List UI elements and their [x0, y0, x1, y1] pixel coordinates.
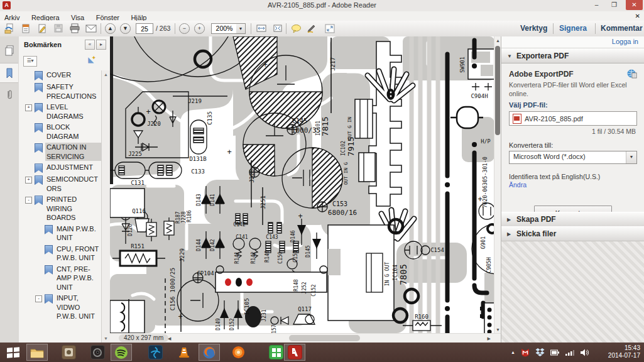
- bookmark-item-safety-precautions[interactable]: SAFETY PRECAUTIONS: [19, 82, 102, 101]
- bookmark-icon: [5, 68, 14, 79]
- save-button[interactable]: [52, 23, 65, 34]
- document-viewport[interactable]: J219J220J225D131BC135C133C131C1451000/35…: [110, 36, 501, 343]
- sign-panel-button[interactable]: Signera: [559, 24, 587, 33]
- create-pdf-section-header[interactable]: ▶ Skapa PDF: [501, 212, 644, 227]
- email-button[interactable]: [84, 23, 98, 34]
- scroll-down-icon[interactable]: ▼: [496, 327, 500, 332]
- mcafee-icon[interactable]: [521, 348, 530, 357]
- taskbar-audio-app[interactable]: [87, 344, 108, 361]
- bookmark-item-semiconductors[interactable]: +SEMICONDUCTORS: [19, 175, 102, 193]
- pcb-label: C152: [311, 284, 317, 296]
- fit-width-button[interactable]: [254, 23, 268, 34]
- bookmark-item-printed-wiring-boards[interactable]: -PRINTED WIRING BOARDS: [19, 195, 102, 222]
- scroll-down-icon[interactable]: ▼: [102, 336, 110, 341]
- zoom-level-value[interactable]: 200%: [211, 23, 237, 34]
- comment-button[interactable]: [289, 23, 303, 34]
- collapse-panel-button[interactable]: «: [85, 40, 95, 50]
- toggle-expand-icon[interactable]: -: [25, 197, 32, 204]
- new-bookmark-icon[interactable]: ◣✦: [88, 55, 99, 64]
- pcb-label: J217: [330, 57, 336, 71]
- close-document-icon[interactable]: ✕: [635, 11, 640, 21]
- previous-page-button[interactable]: ▲: [105, 23, 116, 34]
- taskbar-vlc[interactable]: [173, 344, 195, 361]
- scroll-left-icon[interactable]: ◀: [168, 336, 171, 341]
- send-files-section-header[interactable]: ▶ Skicka filer: [501, 226, 644, 241]
- bookmark-item-level-diagrams[interactable]: +LEVEL DIAGRAMS: [19, 102, 102, 121]
- bookmark-icon: [35, 175, 43, 185]
- bookmark-item-adjustment[interactable]: ADJUSTMENT: [19, 163, 102, 173]
- comment-panel-button[interactable]: Kommentar: [601, 24, 643, 33]
- tools-panel-button[interactable]: Verktyg: [520, 24, 547, 33]
- pdf-page-canvas[interactable]: J219J220J225D131BC135C133C131C1451000/35…: [110, 36, 494, 334]
- close-button[interactable]: ✕: [626, 0, 643, 10]
- bookmark-label: CAUTION IN SERVICING: [45, 143, 102, 161]
- dropbox-icon[interactable]: [535, 348, 545, 356]
- change-language-link[interactable]: Ändra: [509, 181, 527, 189]
- bookmark-item-input-vidwo-p-w-b-unit[interactable]: -INPUT, VIDWO P.W.B. UNIT: [19, 293, 102, 321]
- zoom-out-button[interactable]: −: [179, 23, 190, 34]
- toggle-expand-icon[interactable]: +: [25, 177, 32, 184]
- restore-button[interactable]: ❐: [606, 0, 623, 10]
- bookmark-item-main-p-w-b-unit[interactable]: MAIN P.W.B. UNIT: [19, 224, 102, 243]
- format-select[interactable]: Microsoft Word (*.docx) ▼: [509, 151, 637, 164]
- bookmarks-scrollbar[interactable]: ▲ ▼: [101, 70, 110, 343]
- scroll-up-icon[interactable]: ▲: [496, 38, 500, 43]
- bookmark-options-button[interactable]: ☰▾: [23, 56, 37, 67]
- create-pdf-button[interactable]: [19, 23, 33, 34]
- taskbar-photo-app[interactable]: [58, 344, 79, 361]
- taskbar-clock[interactable]: 15:43 2014-07-17: [608, 344, 640, 359]
- sign-edit-button[interactable]: [35, 23, 49, 34]
- show-hidden-icons[interactable]: ▲: [511, 350, 515, 354]
- panel-menu-button[interactable]: ▸: [96, 40, 106, 50]
- next-page-button[interactable]: ▼: [120, 23, 131, 34]
- separator: [251, 23, 251, 34]
- page-number-input[interactable]: [136, 23, 153, 34]
- zoom-in-button[interactable]: +: [194, 23, 205, 34]
- toggle-expand-icon[interactable]: -: [35, 295, 42, 302]
- scroll-right-icon[interactable]: ▶: [488, 336, 491, 341]
- fullscreen-button[interactable]: [323, 23, 337, 34]
- horizontal-scroll-thumb[interactable]: [289, 335, 360, 341]
- page-thumbnails-tab[interactable]: [0, 41, 18, 60]
- print-icon: [69, 23, 80, 33]
- selected-file-box[interactable]: AVR-2105_885.pdf: [509, 111, 637, 126]
- sign-pen-button[interactable]: [304, 23, 318, 34]
- export-pdf-section-header[interactable]: ▼ Exportera PDF: [501, 48, 644, 63]
- taskbar-adobe-reader[interactable]: [284, 344, 305, 361]
- print-button[interactable]: [68, 23, 82, 34]
- zoom-dropdown-button[interactable]: ▼: [236, 23, 246, 34]
- scroll-up-icon[interactable]: ▲: [102, 72, 110, 77]
- start-button[interactable]: [3, 344, 24, 361]
- taskbar-catalyst-app[interactable]: [145, 344, 166, 361]
- taskbar-spotify[interactable]: [111, 344, 132, 361]
- taskbar-firefox[interactable]: [199, 344, 220, 361]
- open-file-button[interactable]: [3, 23, 16, 34]
- bookmark-item-caution-in-servicing[interactable]: CAUTION IN SERVICING: [19, 143, 102, 161]
- taskbar-orange-browser[interactable]: [227, 344, 249, 361]
- pcb-label: C142: [233, 222, 245, 228]
- bookmark-item-block-diagram[interactable]: BLOCK DIAGRAM: [19, 123, 102, 141]
- pcb-label: H/P: [481, 138, 490, 145]
- fit-page-button[interactable]: [271, 23, 285, 34]
- pcb-label: C135: [207, 111, 213, 125]
- green-grid-icon: [269, 345, 283, 359]
- minimize-button[interactable]: –: [588, 0, 605, 10]
- toggle-expand-icon[interactable]: +: [25, 104, 32, 111]
- network-icon[interactable]: [565, 349, 574, 356]
- bookmark-item-cnt-pre-amp-p-w-b-unit[interactable]: CNT, PRE-AMP P.W.B. UNIT: [19, 265, 102, 292]
- battery-icon[interactable]: [550, 349, 560, 356]
- pcb-label: +: [478, 195, 482, 204]
- taskbar-file-explorer[interactable]: [26, 344, 48, 361]
- bookmark-item-cpu-front-p-w-b-unit[interactable]: CPU, FRONT P.W.B. UNIT: [19, 244, 102, 263]
- volume-icon[interactable]: [580, 349, 589, 356]
- navigation-icon-strip: [0, 36, 19, 343]
- vertical-scrollbar[interactable]: ▲ ▼: [494, 36, 501, 334]
- chevron-down-icon[interactable]: ▼: [626, 151, 636, 163]
- taskbar-metro-app[interactable]: [265, 344, 287, 361]
- vertical-scroll-thumb[interactable]: [495, 46, 500, 135]
- bookmark-item-cover[interactable]: COVER: [19, 70, 102, 80]
- attachments-tab[interactable]: [0, 85, 18, 104]
- bookmarks-tab[interactable]: [0, 63, 18, 83]
- login-link[interactable]: Logga in: [612, 38, 638, 45]
- horizontal-scrollbar[interactable]: 420 x 297 mm ◀ ▶: [110, 333, 501, 343]
